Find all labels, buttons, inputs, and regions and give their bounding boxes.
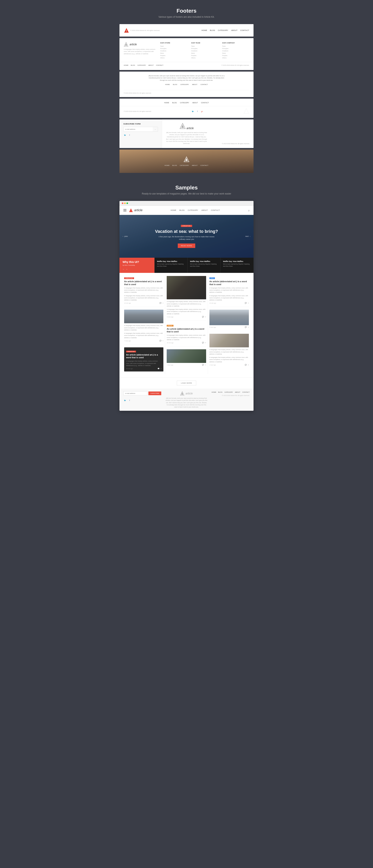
link-others2[interactable]: Others — [191, 57, 218, 59]
link-principles2[interactable]: Principles — [191, 48, 218, 50]
sample-nav-blog[interactable]: BLOG — [179, 209, 185, 211]
footer5-submit-btn[interactable]: → — [153, 127, 158, 131]
footer1-nav-home[interactable]: HOME — [201, 29, 207, 31]
comment-icon-2-3[interactable]: 💬 — [202, 364, 204, 366]
link-creatives3[interactable]: Creatives — [222, 50, 249, 52]
link-creatives[interactable]: Creatives — [160, 50, 187, 52]
sample-nav-category[interactable]: CATEGORY — [188, 209, 198, 211]
f2-about[interactable]: ABOUT — [148, 64, 154, 66]
footer1-nav-contact[interactable]: CONTACT — [240, 29, 249, 31]
dot-minimize[interactable] — [124, 203, 126, 204]
like-icon-2-2[interactable]: ♥ — [205, 342, 206, 344]
f6-contact[interactable]: CONTACT — [200, 164, 208, 166]
footer5-desc: (fill) text formats, both your eyes woul… — [166, 131, 207, 145]
sample-footer-facebook[interactable]: f — [128, 399, 131, 402]
f3-category[interactable]: CATEGORY — [180, 84, 189, 85]
f4-about[interactable]: ABOUT — [192, 102, 198, 104]
link-peoples3[interactable]: Peoples — [222, 55, 249, 56]
hero-next-btn[interactable]: next → — [245, 235, 251, 237]
sample-nav-home[interactable]: HOME — [171, 209, 176, 211]
f6-blog[interactable]: BLOG — [172, 164, 177, 166]
sample-footer-left: SUBSCRIBE 🐦 f — [123, 391, 161, 402]
footer5-facebook-icon[interactable]: f — [128, 134, 131, 137]
sf-blog[interactable]: BLOG — [218, 391, 223, 393]
f3-blog[interactable]: BLOG — [173, 84, 177, 85]
link-team[interactable]: Team — [160, 45, 187, 47]
f3-about[interactable]: ABOUT — [192, 84, 197, 85]
sf-about[interactable]: ABOUT — [235, 391, 240, 393]
link-team2[interactable]: Team — [191, 45, 218, 47]
featured-next-arrow[interactable]: → — [126, 268, 128, 270]
comment-icon-1-3[interactable]: 💬 — [158, 368, 160, 370]
f6-about[interactable]: ABOUT — [192, 164, 198, 166]
footer6-logo — [183, 156, 190, 163]
comment-icon-3-3[interactable]: 💬 — [245, 364, 247, 366]
footer1-nav-about[interactable]: ABOUT — [231, 29, 238, 31]
sample-nav-contact[interactable]: CONTACT — [211, 209, 220, 211]
f2-blog[interactable]: BLOG — [131, 64, 135, 66]
f4-category[interactable]: CATEGORY — [180, 102, 189, 104]
comment-icon-1-2[interactable]: 💬 — [160, 340, 162, 342]
like-icon-1-3[interactable]: ♥ — [161, 368, 162, 370]
link-news[interactable]: News — [160, 52, 187, 54]
link-creatives2[interactable]: Creatives — [191, 50, 218, 52]
hero-prev-btn[interactable]: ← prev — [122, 235, 128, 237]
like-icon-3-1[interactable]: ♥ — [248, 302, 249, 304]
sf-home[interactable]: HOME — [211, 391, 216, 393]
sample-nav-about[interactable]: ABOUT — [201, 209, 208, 211]
sample-footer-twitter[interactable]: 🐦 — [123, 399, 127, 402]
like-icon-2-3[interactable]: ♥ — [205, 364, 206, 366]
link-peoples2[interactable]: Peoples — [191, 55, 218, 56]
footer5-email-input[interactable] — [124, 127, 153, 131]
hamburger-icon[interactable] — [123, 209, 127, 211]
f4-contact[interactable]: CONTACT — [201, 102, 209, 104]
f6-home[interactable]: HOME — [165, 164, 170, 166]
f2-home[interactable]: HOME — [124, 64, 128, 66]
load-more-row: LOAD MORE — [120, 377, 253, 389]
footer1-nav-blog[interactable]: BLOG — [210, 29, 215, 31]
f4-blog[interactable]: BLOG — [172, 102, 177, 104]
footer1-nav-category[interactable]: CATEGORY — [218, 29, 228, 31]
hero-read-more-btn[interactable]: READ MORE — [178, 244, 195, 248]
link-peoples[interactable]: Peoples — [160, 55, 187, 56]
article-meta-2-2: 20 min ago 💬 ♥ — [167, 342, 206, 344]
sf-category[interactable]: CATEGORY — [225, 391, 233, 393]
twitter-icon[interactable]: 🐦 — [191, 110, 194, 113]
f3-home[interactable]: HOME — [165, 84, 170, 85]
like-icon-1-1[interactable]: ♥ — [163, 302, 164, 304]
f2-contact[interactable]: CONTACT — [156, 64, 163, 66]
comment-icon-3-1[interactable]: 💬 — [245, 302, 247, 304]
search-icon[interactable]: ⌕ — [248, 209, 250, 212]
sf-contact[interactable]: CONTACT — [242, 391, 250, 393]
sample-footer-email-input[interactable] — [123, 391, 147, 395]
comment-icon-2-2[interactable]: 💬 — [202, 342, 204, 344]
dot-maximize[interactable] — [127, 203, 128, 204]
link-news3[interactable]: News — [222, 52, 249, 54]
f4-home[interactable]: HOME — [164, 102, 169, 104]
f2-category[interactable]: CATEGORY — [137, 64, 146, 66]
footer5-twitter-icon[interactable]: 🐦 — [123, 134, 127, 137]
link-team3[interactable]: Team — [222, 45, 249, 47]
comment-icon-2-1[interactable]: 💬 — [202, 316, 204, 318]
comment-icon-1-1[interactable]: 💬 — [160, 302, 162, 304]
f3-contact[interactable]: CONTACT — [201, 84, 208, 85]
like-icon-3-3[interactable]: ♥ — [248, 364, 249, 366]
sample-footer-copyright: © 2015-2016 Article Kit. All rights rese… — [222, 395, 250, 396]
link-principles[interactable]: Principles — [160, 48, 187, 50]
like-icon-3-2[interactable]: ♥ — [248, 327, 249, 328]
link-others[interactable]: Others — [160, 57, 187, 59]
load-more-button[interactable]: LOAD MORE — [177, 381, 196, 385]
link-others3[interactable]: Others — [222, 57, 249, 59]
f6-category[interactable]: CATEGORY — [180, 164, 189, 166]
featured-article-title-3: Waffle Day: How Waffles — [223, 260, 251, 262]
link-news2[interactable]: News — [191, 52, 218, 54]
like-icon-2-1[interactable]: ♥ — [205, 316, 206, 318]
like-icon-1-2[interactable]: ♥ — [163, 340, 164, 342]
google-plus-icon[interactable]: g+ — [201, 110, 204, 113]
link-principles3[interactable]: Principles — [222, 48, 249, 50]
comment-icon-3-2[interactable]: 💬 — [245, 327, 247, 328]
featured-prev-arrow[interactable]: ← — [123, 268, 125, 270]
sample-footer-subscribe-btn[interactable]: SUBSCRIBE — [148, 392, 161, 395]
facebook-icon[interactable]: f — [196, 110, 199, 113]
dot-close[interactable] — [122, 203, 123, 204]
